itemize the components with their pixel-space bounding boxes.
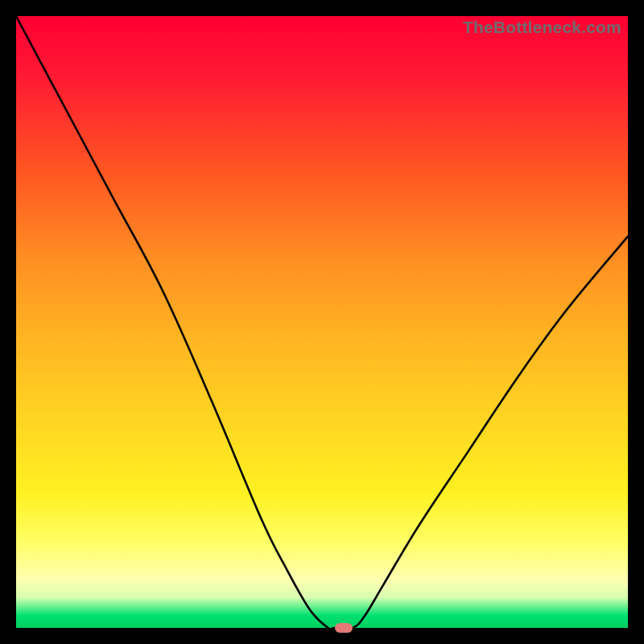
chart-frame: TheBottleneck.com (0, 0, 644, 644)
plot-area: TheBottleneck.com (16, 16, 628, 628)
optimal-marker (335, 623, 353, 633)
bottleneck-curve (16, 16, 628, 628)
